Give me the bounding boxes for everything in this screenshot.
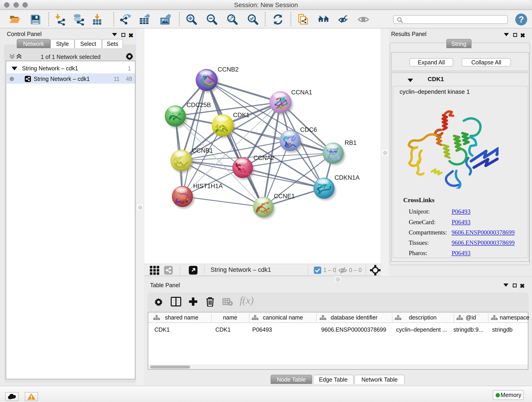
svg-text:CDC25B: CDC25B (186, 102, 211, 108)
svg-text:CCNE1: CCNE1 (274, 193, 295, 200)
svg-text:CDK1: CDK1 (233, 112, 249, 119)
svg-text:CCNA1: CCNA1 (291, 89, 312, 96)
svg-text:CCNA2: CCNA2 (253, 154, 274, 161)
svg-text:CDC6: CDC6 (300, 126, 317, 133)
svg-text:?: ? (519, 15, 524, 24)
svg-text:CCNB1: CCNB1 (192, 147, 213, 154)
svg-text:CDKN1A: CDKN1A (335, 174, 360, 181)
svg-text:HIST1H1A: HIST1H1A (193, 183, 223, 190)
svg-text:CCNB2: CCNB2 (218, 66, 239, 73)
svg-text:RB1: RB1 (345, 139, 357, 146)
